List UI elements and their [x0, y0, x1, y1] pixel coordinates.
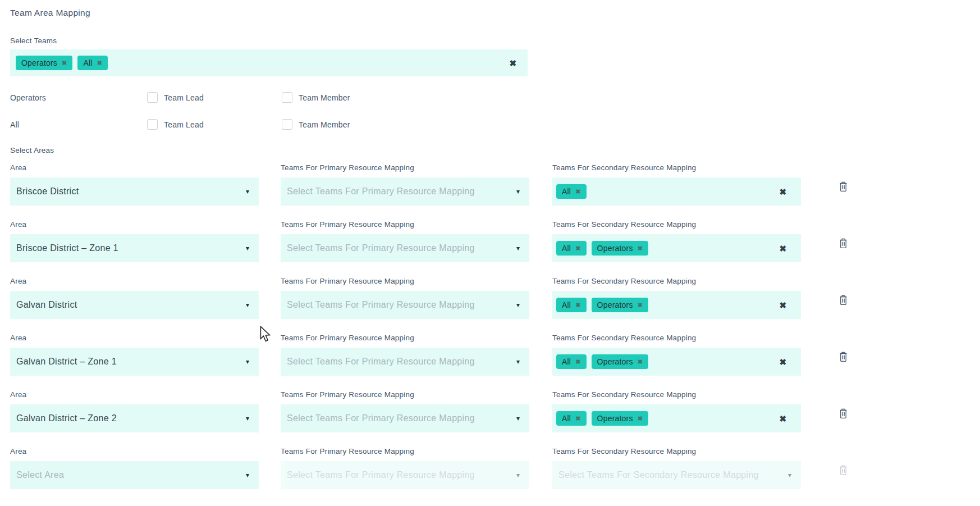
area-select[interactable]: Briscoe District ▾ — [10, 177, 259, 206]
area-label: Area — [10, 334, 259, 343]
team-lead-option: Team Lead — [147, 119, 282, 130]
area-mapping-row: Area Teams For Primary Resource Mapping … — [10, 220, 980, 262]
team-chip-label: Operators — [597, 357, 633, 366]
primary-teams-label: Teams For Primary Resource Mapping — [281, 447, 529, 457]
area-select[interactable]: Briscoe District – Zone 1 ▾ — [10, 234, 259, 262]
team-lead-checkbox[interactable] — [147, 92, 158, 103]
area-mapping-row: Area Teams For Primary Resource Mapping … — [10, 334, 980, 376]
select-areas-label: Select Areas — [10, 146, 980, 154]
secondary-teams-select[interactable]: All ✖ ✖ — [552, 177, 801, 206]
trash-icon — [839, 295, 848, 306]
secondary-teams-select[interactable]: All ✖ Operators ✖ ✖ — [552, 404, 801, 432]
row-inputs: Briscoe District ▾ Select Teams For Prim… — [10, 177, 980, 206]
delete-row-button[interactable] — [839, 238, 848, 250]
area-mapping-row-empty: Area Teams For Primary Resource Mapping … — [10, 447, 980, 489]
primary-teams-select[interactable]: Select Teams For Primary Resource Mappin… — [281, 177, 529, 206]
area-label: Area — [10, 220, 259, 230]
primary-teams-placeholder: Select Teams For Primary Resource Mappin… — [287, 186, 475, 197]
team-role-row: Operators Team Lead Team Member — [10, 92, 980, 103]
clear-icon[interactable]: ✖ — [779, 358, 786, 366]
chevron-down-icon: ▾ — [246, 302, 249, 308]
clear-icon[interactable]: ✖ — [509, 59, 516, 67]
chip-remove-icon[interactable]: ✖ — [62, 60, 67, 66]
secondary-teams-select[interactable]: All ✖ Operators ✖ ✖ — [552, 291, 801, 319]
secondary-teams-select[interactable]: All ✖ Operators ✖ ✖ — [552, 348, 801, 376]
chip-remove-icon[interactable]: ✖ — [575, 189, 580, 195]
row-labels: Area Teams For Primary Resource Mapping … — [10, 163, 980, 173]
row-inputs: Select Area ▾ Select Teams For Primary R… — [10, 461, 980, 489]
secondary-team-chips: All ✖ — [556, 184, 587, 199]
chevron-down-icon: ▾ — [516, 415, 520, 422]
delete-row-button[interactable] — [839, 181, 848, 194]
row-labels: Area Teams For Primary Resource Mapping … — [10, 220, 980, 230]
team-role-rows: Operators Team Lead Team Member All Team… — [10, 92, 980, 130]
area-select[interactable]: Galvan District ▾ — [10, 291, 259, 319]
trash-icon — [839, 352, 848, 362]
primary-teams-select[interactable]: Select Teams For Primary Resource Mappin… — [281, 404, 529, 432]
chevron-down-icon: ▾ — [516, 358, 520, 365]
primary-teams-placeholder: Select Teams For Primary Resource Mappin… — [287, 300, 475, 310]
chevron-down-icon: ▾ — [246, 415, 249, 422]
area-label: Area — [10, 447, 259, 457]
secondary-teams-label: Teams For Secondary Resource Mapping — [552, 390, 801, 400]
chip-remove-icon[interactable]: ✖ — [638, 302, 643, 308]
team-name: All — [10, 120, 147, 129]
team-chip-label: All — [83, 58, 92, 67]
secondary-team-chips: All ✖ Operators ✖ — [556, 241, 648, 256]
team-chip: All ✖ — [556, 241, 587, 256]
chip-remove-icon[interactable]: ✖ — [97, 60, 102, 66]
primary-teams-select[interactable]: Select Teams For Primary Resource Mappin… — [281, 234, 529, 262]
chip-remove-icon[interactable]: ✖ — [575, 302, 580, 308]
team-lead-checkbox[interactable] — [147, 119, 158, 130]
secondary-teams-select[interactable]: All ✖ Operators ✖ ✖ — [552, 234, 801, 262]
team-chip: All ✖ — [556, 354, 587, 369]
chip-remove-icon[interactable]: ✖ — [638, 416, 643, 422]
page-title: Team Area Mapping — [10, 8, 980, 18]
team-chip-label: Operators — [597, 244, 633, 253]
chip-remove-icon[interactable]: ✖ — [575, 245, 580, 252]
team-lead-label: Team Lead — [164, 120, 204, 129]
primary-teams-label: Teams For Primary Resource Mapping — [281, 163, 529, 173]
clear-icon[interactable]: ✖ — [779, 301, 786, 309]
primary-teams-select[interactable]: Select Teams For Primary Resource Mappin… — [281, 291, 529, 319]
teams-multiselect[interactable]: Operators ✖ All ✖ ✖ — [10, 49, 528, 76]
area-select-value: Galvan District – Zone 1 — [16, 357, 117, 367]
secondary-teams-label: Teams For Secondary Resource Mapping — [552, 163, 801, 173]
delete-row-button[interactable] — [839, 352, 848, 364]
clear-icon[interactable]: ✖ — [779, 188, 786, 196]
chip-remove-icon[interactable]: ✖ — [638, 359, 643, 365]
team-member-checkbox[interactable] — [282, 119, 292, 130]
area-select[interactable]: Select Area ▾ — [10, 461, 259, 489]
area-select[interactable]: Galvan District – Zone 1 ▾ — [10, 348, 259, 376]
secondary-team-chips: All ✖ Operators ✖ — [556, 298, 648, 312]
secondary-teams-label: Teams For Secondary Resource Mapping — [552, 334, 801, 343]
team-role-row: All Team Lead Team Member — [10, 119, 980, 130]
team-chip-label: Operators — [21, 58, 57, 67]
clear-icon[interactable]: ✖ — [779, 244, 786, 253]
chevron-down-icon: ▾ — [516, 302, 520, 308]
secondary-teams-label: Teams For Secondary Resource Mapping — [552, 447, 801, 457]
chevron-down-icon: ▾ — [246, 188, 249, 195]
chevron-down-icon: ▾ — [516, 472, 520, 478]
area-mapping-row: Area Teams For Primary Resource Mapping … — [10, 163, 980, 206]
chip-remove-icon[interactable]: ✖ — [575, 359, 580, 365]
primary-teams-placeholder: Select Teams For Primary Resource Mappin… — [287, 357, 475, 367]
secondary-team-chips: All ✖ Operators ✖ — [556, 411, 648, 426]
delete-row-button[interactable] — [839, 408, 848, 421]
area-select[interactable]: Galvan District – Zone 2 ▾ — [10, 404, 259, 432]
team-chip: Operators ✖ — [592, 354, 648, 369]
team-chip: Operators ✖ — [592, 241, 648, 256]
team-member-checkbox[interactable] — [282, 92, 292, 103]
area-mapping-rows: Area Teams For Primary Resource Mapping … — [10, 163, 980, 489]
chip-remove-icon[interactable]: ✖ — [638, 245, 643, 252]
team-name: Operators — [10, 93, 147, 102]
chip-remove-icon[interactable]: ✖ — [575, 416, 580, 422]
team-chip: All ✖ — [556, 184, 587, 199]
row-inputs: Briscoe District – Zone 1 ▾ Select Teams… — [10, 234, 980, 262]
delete-row-button[interactable] — [839, 295, 848, 307]
primary-teams-select[interactable]: Select Teams For Primary Resource Mappin… — [281, 348, 529, 376]
team-chip-label: All — [562, 300, 571, 309]
secondary-teams-label: Teams For Secondary Resource Mapping — [552, 220, 801, 230]
clear-icon[interactable]: ✖ — [779, 414, 786, 423]
team-chip-label: All — [562, 357, 571, 366]
